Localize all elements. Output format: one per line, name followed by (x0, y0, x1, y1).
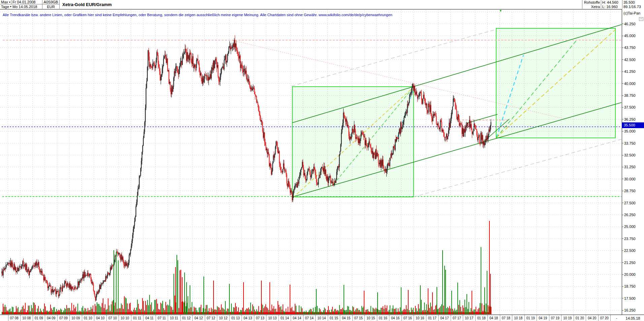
x-axis-label: 04 11 (143, 315, 156, 321)
x-axis-label: 07 18 (500, 315, 512, 321)
wkn-field: A0S9GB (42, 0, 60, 4)
y-axis-tick (622, 71, 623, 72)
taipan-chart-window: Max ▾ Fr 04.01.2008 A0S9GB Xetra-Gold EU… (0, 0, 644, 321)
x-axis-label: 04 19 (537, 315, 549, 321)
x-axis-label: 10 19 (561, 315, 574, 321)
group-name-line2: Xetra (582, 4, 601, 9)
y-axis-tick (622, 131, 623, 132)
y-axis-tick (622, 262, 623, 263)
wkn-value: A0S9GB (44, 0, 58, 4)
y-axis-tick (622, 83, 623, 84)
x-axis-label: 10 10 (119, 315, 131, 321)
x-axis-label: 10 12 (217, 315, 229, 321)
x-axis-label: 01 17 (426, 315, 439, 321)
x-axis-label: 07 20 (598, 315, 611, 321)
x-axis-label: 10 16 (414, 315, 426, 321)
y-axis-tick (622, 298, 623, 298)
group-name-line1: Rohstoffe (582, 0, 601, 4)
x-axis-label: 01 18 (475, 315, 488, 321)
y-axis-label: 31.250 (624, 165, 636, 169)
x-axis-label: 04 18 (487, 315, 500, 321)
date-to-field[interactable]: Mo 14.05.2018 (11, 4, 42, 9)
x-axis-label: 04 17 (438, 315, 451, 321)
chevron-down-icon: ▾ (9, 1, 10, 4)
x-axis-label: 04 12 (192, 315, 205, 321)
period-dropdown[interactable]: Tage ▾ (0, 4, 11, 9)
last-date-label: 14.05.18 (622, 315, 644, 321)
y-axis-tick (622, 24, 623, 24)
y-axis-label: 27.500 (624, 201, 636, 205)
x-axis-label: 04 13 (242, 315, 254, 321)
collapse-icon[interactable]: ─ (639, 17, 643, 21)
x-axis-label: 04 09 (45, 315, 57, 321)
x-axis-label: 07 17 (451, 315, 463, 321)
x-axis-label: 07 12 (205, 315, 217, 321)
disclaimer-text: Alle Trendkanäle bzw. andere Linien, ode… (3, 13, 392, 17)
chart-header: Max ▾ Fr 04.01.2008 A0S9GB Xetra-Gold EU… (0, 0, 644, 9)
x-axis-label: 07 11 (156, 315, 168, 321)
x-axis-label: 01 12 (180, 315, 193, 321)
y-axis-label: 18.750 (624, 284, 636, 288)
y-axis-label: 22.500 (624, 249, 636, 253)
x-axis-label: 10 09 (69, 315, 82, 321)
y-axis-label: 42.500 (624, 58, 636, 62)
y-axis-label: 45.000 (624, 34, 636, 38)
y-axis-label: 30.000 (624, 177, 636, 181)
x-axis-label: 04 20 (586, 315, 598, 321)
time-axis[interactable]: 07 0810 0801 0904 0907 0910 0901 1004 10… (0, 315, 622, 321)
y-axis-tick (622, 167, 623, 167)
x-axis-label: 01 09 (33, 315, 45, 321)
period-low: L: 16.960 (601, 4, 622, 9)
page-title: Xetra-Gold EUR/Gramm (61, 0, 230, 9)
y-axis-label: 25.000 (624, 225, 636, 229)
last-price: 35.500 (622, 0, 644, 4)
y-axis-tick (622, 203, 623, 203)
y-axis-tick (622, 119, 623, 119)
y-axis-tick (622, 191, 623, 191)
y-axis-label: 17.500 (624, 296, 636, 300)
x-axis-label: 01 14 (279, 315, 291, 321)
y-axis-label: 46.250 (624, 22, 636, 26)
copyright-label: (c)Tai-Pan (623, 11, 640, 15)
y-axis-tick (622, 155, 623, 155)
x-axis-label: 01 19 (524, 315, 537, 321)
y-axis-tick (622, 310, 623, 311)
date-marker-icon: ▼ (499, 9, 502, 12)
price-axis[interactable]: 46.25045.00043.75042.50041.25040.00038.7… (622, 9, 644, 315)
y-axis-label: 40.000 (624, 82, 636, 86)
x-axis-label: 04 14 (291, 315, 303, 321)
x-axis-label: 10 14 (315, 315, 328, 321)
x-axis-label: 01 10 (82, 315, 94, 321)
x-axis-label: 10 15 (364, 315, 377, 321)
x-axis-label: 10 18 (512, 315, 524, 321)
x-axis-label: 07 15 (352, 315, 365, 321)
x-axis-label: 04 15 (340, 315, 352, 321)
x-axis-label: 04 16 (389, 315, 401, 321)
x-axis-label: 04 10 (94, 315, 106, 321)
y-axis-tick (622, 238, 623, 239)
y-axis-label: 33.750 (624, 141, 636, 145)
y-axis-tick (622, 143, 623, 143)
y-axis-tick (622, 95, 623, 96)
x-axis-label: 01 16 (377, 315, 389, 321)
date-from-field[interactable]: Fr 04.01.2008 (11, 0, 42, 4)
y-axis-label: 28.750 (624, 189, 636, 193)
y-axis-tick (622, 179, 623, 179)
y-axis-tick (622, 59, 623, 60)
current-price-badge: 35.500 (622, 122, 644, 128)
x-axis-label: 10 17 (463, 315, 475, 321)
y-axis-label: 20.000 (624, 272, 636, 276)
x-axis-label: 01 13 (229, 315, 242, 321)
chart-plot[interactable] (0, 9, 622, 315)
y-axis-label: 35.000 (624, 129, 636, 133)
y-axis-label: 21.250 (624, 261, 636, 265)
y-axis-label: 32.500 (624, 153, 636, 157)
x-axis-label: 01 15 (328, 315, 340, 321)
x-axis-label: 07 19 (549, 315, 561, 321)
y-axis-label: 23.750 (624, 237, 636, 241)
y-axis-tick (622, 36, 623, 36)
range-dropdown[interactable]: Max ▾ (0, 0, 11, 4)
y-axis-label: 26.250 (624, 213, 636, 217)
x-axis-label: 07 14 (303, 315, 316, 321)
y-axis-tick (622, 286, 623, 287)
